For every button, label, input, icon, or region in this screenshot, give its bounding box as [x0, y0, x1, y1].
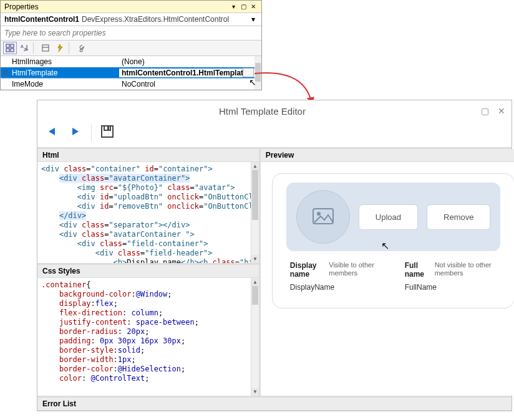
- property-name: ImeMode: [1, 80, 119, 88]
- error-list-pane: Error List: [37, 396, 512, 411]
- svg-point-12: [317, 212, 321, 216]
- svg-rect-3: [11, 49, 14, 52]
- fields-row: Display name Visible to other members Di…: [286, 261, 501, 292]
- properties-toolbar: AZ: [1, 41, 261, 56]
- editor-title: Html Template Editor: [44, 106, 481, 117]
- properties-title: Properties: [4, 2, 229, 11]
- toolbar-separator: [91, 125, 92, 141]
- object-name: htmlContentControl1: [4, 15, 79, 24]
- cursor-icon: ↖: [381, 240, 389, 252]
- property-value[interactable]: htmlContentControl1.HtmlTemplate: [119, 69, 261, 77]
- html-scrollbar[interactable]: ▲▼: [251, 162, 259, 263]
- svg-text:Z: Z: [24, 47, 27, 52]
- display-name-label: Display name: [290, 261, 324, 279]
- display-name-hint: Visible to other members: [329, 261, 382, 277]
- property-value[interactable]: (None): [119, 57, 261, 66]
- image-icon: [312, 208, 334, 226]
- svg-rect-1: [11, 44, 14, 47]
- property-value[interactable]: NoControl: [119, 80, 261, 88]
- scroll-down-icon[interactable]: ▼: [251, 255, 259, 263]
- ellipsis-button[interactable]: •••: [243, 68, 254, 77]
- svg-rect-10: [107, 126, 109, 130]
- properties-panel: Properties ▾ ▢ ✕ htmlContentControl1 Dev…: [0, 0, 262, 90]
- object-dropdown-icon[interactable]: ▾: [249, 15, 258, 24]
- property-name: HtmlTemplate: [1, 69, 119, 77]
- properties-button[interactable]: [39, 42, 52, 54]
- events-button[interactable]: [53, 42, 67, 54]
- template-editor-window: Html Template Editor ▢ ✕ Html <div class…: [37, 100, 512, 411]
- preview-pane-header: Preview: [261, 149, 514, 162]
- html-pane-header: Html: [37, 149, 259, 162]
- redo-button[interactable]: [66, 124, 84, 141]
- editor-right-column: Preview Upload Remove ↖ Displa: [261, 149, 514, 396]
- save-button[interactable]: [99, 124, 115, 141]
- avatar-placeholder: [296, 190, 350, 244]
- property-name: HtmlImages: [1, 57, 119, 66]
- prop-divider2: [69, 42, 72, 54]
- editor-titlebar: Html Template Editor ▢ ✕: [37, 100, 512, 122]
- maximize-button[interactable]: ▢: [481, 106, 489, 116]
- svg-rect-0: [6, 44, 9, 47]
- categorized-button[interactable]: [3, 42, 17, 54]
- display-name-field: Display name Visible to other members Di…: [290, 261, 382, 292]
- properties-scrollbar[interactable]: [255, 56, 261, 90]
- svg-rect-6: [42, 45, 49, 51]
- object-type: DevExpress.XtraEditors.HtmlContentContro…: [82, 15, 246, 24]
- svg-rect-2: [6, 49, 9, 52]
- prop-divider: [33, 42, 37, 54]
- properties-grid: HtmlImages (None) HtmlTemplate htmlConte…: [1, 56, 261, 90]
- property-row[interactable]: HtmlImages (None): [1, 56, 261, 67]
- full-name-value: FullName: [405, 283, 497, 292]
- properties-titlebar: Properties ▾ ▢ ✕: [1, 1, 261, 13]
- css-code-editor[interactable]: .container{ background-color:@Window; di…: [37, 278, 259, 396]
- full-name-hint: Not visible to other members: [435, 261, 497, 277]
- preview-card: Upload Remove ↖ Display name Visible to …: [272, 173, 514, 308]
- preview-area: Upload Remove ↖ Display name Visible to …: [261, 162, 514, 396]
- search-input[interactable]: [1, 26, 261, 40]
- property-row-selected[interactable]: HtmlTemplate htmlContentControl1.HtmlTem…: [1, 67, 261, 79]
- scroll-up-icon[interactable]: ▲: [251, 278, 259, 286]
- scroll-down-icon[interactable]: ▼: [251, 388, 259, 396]
- editor-toolbar: [37, 122, 512, 147]
- close-button[interactable]: ✕: [498, 106, 505, 116]
- maximize-icon[interactable]: ▢: [239, 2, 248, 11]
- css-scrollbar[interactable]: ▲▼: [251, 278, 259, 396]
- upload-button[interactable]: Upload: [359, 204, 418, 230]
- editor-body: Html <div class="container" id="containe…: [37, 147, 512, 396]
- editor-left-column: Html <div class="container" id="containe…: [37, 149, 261, 396]
- property-row[interactable]: ImeMode NoControl: [1, 79, 261, 90]
- avatar-row: Upload Remove ↖: [286, 183, 501, 251]
- object-selector[interactable]: htmlContentControl1 DevExpress.XtraEdito…: [1, 13, 261, 26]
- display-name-value: DisplayName: [290, 283, 382, 292]
- close-icon[interactable]: ✕: [249, 2, 258, 11]
- scroll-up-icon[interactable]: ▲: [251, 162, 259, 170]
- alphabetical-button[interactable]: AZ: [17, 42, 31, 54]
- css-pane-header: Css Styles: [37, 265, 259, 278]
- html-code-editor[interactable]: <div class="container" id="container"> <…: [37, 162, 259, 265]
- full-name-field: Full name Not visible to other members F…: [405, 261, 497, 292]
- wrench-button[interactable]: [74, 42, 88, 54]
- dropdown-icon[interactable]: ▾: [229, 2, 238, 11]
- full-name-label: Full name: [405, 261, 430, 279]
- properties-search: [1, 26, 261, 41]
- remove-button[interactable]: Remove: [427, 204, 490, 230]
- undo-button[interactable]: [44, 124, 61, 141]
- error-list-header[interactable]: Error List: [37, 398, 512, 411]
